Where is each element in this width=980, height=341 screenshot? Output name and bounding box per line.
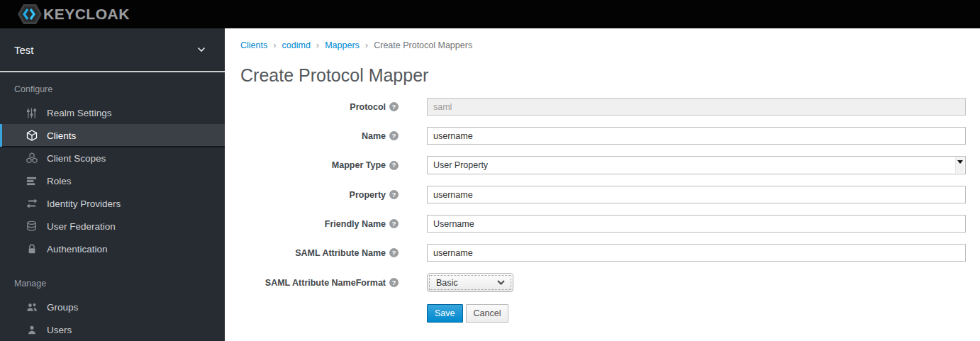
breadcrumb-link-codimd[interactable]: codimd — [282, 40, 311, 50]
cubes-icon — [26, 152, 38, 164]
breadcrumb-link-clients[interactable]: Clients — [240, 40, 267, 50]
sidebar-item-label: Users — [47, 325, 72, 335]
friendly-name-input[interactable] — [427, 215, 966, 233]
chevron-down-icon — [197, 47, 206, 52]
sidebar-item-label: Clients — [47, 130, 76, 141]
sidebar-item-label: Realm Settings — [47, 108, 112, 118]
sidebar-item-label: Identity Providers — [47, 199, 121, 209]
cancel-button[interactable]: Cancel — [466, 304, 509, 323]
sidebar-item-identity-providers[interactable]: Identity Providers — [0, 192, 225, 215]
sidebar: Test Configure Realm Se — [0, 28, 225, 341]
realm-name: Test — [14, 44, 34, 56]
property-label: Property — [350, 190, 386, 200]
friendly-name-label: Friendly Name — [325, 219, 386, 229]
main-content: Clients › codimd › Mappers › Create Prot… — [225, 28, 980, 341]
sidebar-item-clients[interactable]: Clients — [0, 124, 225, 147]
sidebar-item-label: User Federation — [47, 221, 116, 232]
save-button[interactable]: Save — [427, 304, 463, 323]
exchange-arrows-icon — [26, 198, 38, 210]
create-protocol-mapper-form: Protocol ? Name ? — [240, 98, 966, 323]
sliders-icon — [26, 107, 38, 119]
name-input[interactable] — [427, 127, 966, 145]
chevron-down-icon — [497, 280, 505, 285]
cube-icon — [26, 130, 38, 142]
sidebar-item-users[interactable]: Users — [0, 318, 225, 341]
protocol-input — [427, 98, 966, 116]
nameformat-selected-value: Basic — [436, 278, 458, 288]
sidebar-item-roles[interactable]: Roles — [0, 169, 225, 192]
mapper-type-label: Mapper Type — [332, 160, 386, 170]
help-icon[interactable]: ? — [389, 131, 399, 140]
help-icon[interactable]: ? — [389, 278, 399, 287]
page-title: Create Protocol Mapper — [240, 65, 966, 86]
select-dropdown-button[interactable] — [955, 157, 964, 173]
help-icon[interactable]: ? — [389, 161, 399, 170]
sidebar-item-user-federation[interactable]: User Federation — [0, 215, 225, 237]
breadcrumb-separator: › — [316, 40, 319, 50]
form-row-mapper-type: Mapper Type ? User Property — [240, 156, 966, 174]
nav-section-manage: Manage — [0, 260, 225, 296]
sidebar-item-label: Roles — [47, 176, 72, 186]
users-group-icon — [26, 301, 38, 313]
nav-section-configure: Configure — [0, 72, 225, 101]
form-row-saml-attribute-nameformat: SAML Attribute NameFormat ? Basic — [240, 273, 966, 292]
database-icon — [26, 220, 38, 233]
sidebar-item-label: Client Scopes — [47, 153, 106, 164]
user-icon — [26, 324, 38, 336]
form-row-saml-attribute-name: SAML Attribute Name ? — [240, 244, 966, 262]
keycloak-admin-window: KEYCLOAK Test Configure — [0, 0, 980, 341]
form-row-protocol: Protocol ? — [240, 98, 966, 116]
form-actions: Save Cancel — [427, 304, 966, 323]
help-icon[interactable]: ? — [389, 190, 399, 199]
help-icon[interactable]: ? — [389, 219, 399, 228]
breadcrumb-separator: › — [365, 40, 368, 50]
saml-attribute-name-label: SAML Attribute Name — [295, 248, 386, 258]
keycloak-hexagon-icon — [17, 4, 43, 25]
saml-attribute-name-input[interactable] — [427, 244, 966, 262]
list-icon — [26, 175, 38, 187]
keycloak-wordmark: KEYCLOAK — [43, 6, 130, 23]
form-row-property: Property ? — [240, 186, 966, 203]
form-row-name: Name ? — [240, 127, 966, 145]
help-icon[interactable]: ? — [389, 248, 399, 257]
realm-selector[interactable]: Test — [0, 28, 225, 72]
protocol-label: Protocol — [350, 102, 386, 112]
breadcrumb-link-mappers[interactable]: Mappers — [325, 40, 360, 50]
sidebar-item-authentication[interactable]: Authentication — [0, 237, 225, 260]
property-input[interactable] — [427, 186, 966, 203]
breadcrumb-current: Create Protocol Mappers — [374, 40, 472, 50]
help-icon[interactable]: ? — [389, 102, 399, 111]
breadcrumb-separator: › — [273, 40, 276, 50]
keycloak-logo: KEYCLOAK — [17, 4, 130, 25]
name-label: Name — [362, 131, 386, 141]
sidebar-item-groups[interactable]: Groups — [0, 296, 225, 318]
form-row-friendly-name: Friendly Name ? — [240, 215, 966, 233]
masthead: KEYCLOAK — [0, 0, 980, 28]
mapper-type-select[interactable]: User Property — [427, 156, 966, 174]
saml-attribute-nameformat-select[interactable]: Basic — [427, 273, 513, 292]
mapper-type-selected-value: User Property — [433, 160, 488, 170]
caret-down-icon — [957, 160, 963, 164]
saml-attribute-nameformat-label: SAML Attribute NameFormat — [265, 278, 386, 288]
sidebar-item-realm-settings[interactable]: Realm Settings — [0, 101, 225, 124]
sidebar-item-client-scopes[interactable]: Client Scopes — [0, 147, 225, 169]
breadcrumb: Clients › codimd › Mappers › Create Prot… — [240, 40, 966, 50]
sidebar-item-label: Groups — [47, 302, 78, 313]
sidebar-item-label: Authentication — [47, 244, 108, 255]
lock-icon — [26, 243, 38, 255]
